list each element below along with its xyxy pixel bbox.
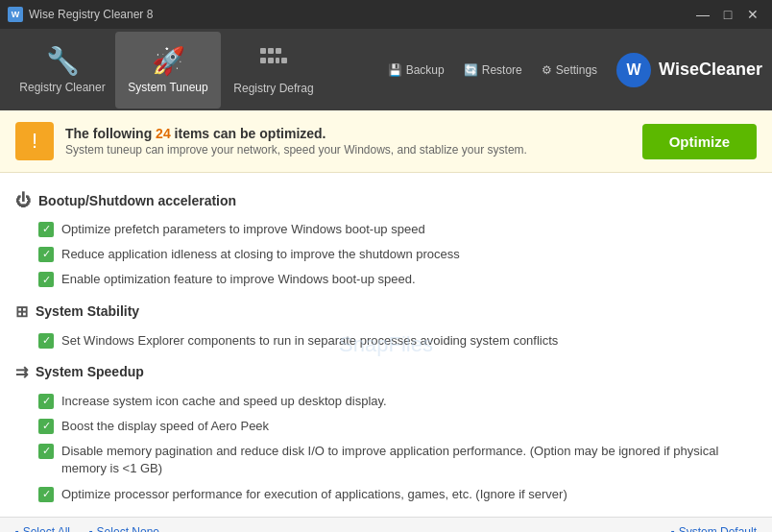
settings-button[interactable]: ⚙ Settings (542, 63, 597, 77)
content-wrapper: SnapFiles ⏻ Bootup/Shutdown acceleration… (0, 173, 772, 517)
item5-text: Increase system icon cache and speed up … (61, 393, 387, 410)
bootup-icon: ⏻ (15, 192, 31, 209)
alert-count: 24 (156, 126, 171, 141)
backup-label: Backup (406, 63, 445, 77)
item7-text: Disable memory pagination and reduce dis… (61, 443, 757, 477)
stability-icon: ⊞ (15, 302, 28, 321)
list-item: ✓ Enable optimization feature to improve… (15, 267, 757, 292)
list-item: ✓ Increase system icon cache and speed u… (15, 389, 757, 414)
checkbox-item8[interactable]: ✓ (38, 487, 54, 502)
section-stability-header: ⊞ System Stability (15, 302, 757, 321)
item4-text: Set Windows Explorer components to run i… (61, 332, 558, 350)
alert-icon: ! (15, 122, 54, 160)
checkbox-item5[interactable]: ✓ (38, 394, 54, 409)
list-item: ✓ Disable memory pagination and reduce d… (15, 439, 757, 481)
item6-text: Boost the display speed of Aero Peek (61, 418, 269, 435)
nav-system-tuneup-label: System Tuneup (128, 81, 207, 94)
brand-name: WiseCleaner (659, 60, 762, 80)
registry-defrag-icon (258, 44, 289, 78)
item2-text: Reduce application idleness at closing t… (61, 246, 460, 263)
nav-system-tuneup[interactable]: 🚀 System Tuneup (115, 32, 221, 109)
optimize-button[interactable]: Optimize (642, 124, 757, 159)
nav-registry-cleaner-label: Registry Cleaner (19, 81, 105, 94)
content-area: SnapFiles ⏻ Bootup/Shutdown acceleration… (0, 173, 772, 517)
list-item: ✓ Optimize prefetch parameters to improv… (15, 217, 757, 242)
app-title: Wise Registry Cleaner 8 (29, 8, 691, 21)
section-speedup-title: System Speedup (36, 364, 144, 379)
list-item: ✓ Set Windows Explorer components to run… (15, 328, 757, 353)
alert-bar: ! The following 24 items can be optimize… (0, 110, 772, 173)
svg-rect-6 (281, 58, 287, 63)
svg-rect-2 (276, 48, 281, 54)
svg-rect-3 (260, 58, 266, 63)
backup-icon: 💾 (388, 63, 402, 77)
speedup-icon: ⇉ (15, 363, 28, 381)
select-none-link[interactable]: Select None (89, 525, 159, 533)
system-tuneup-icon: 🚀 (152, 45, 185, 77)
title-bar: W Wise Registry Cleaner 8 — □ ✕ (0, 0, 772, 29)
system-default-link[interactable]: System Default (671, 525, 757, 533)
toolbar: 🔧 Registry Cleaner 🚀 System Tuneup Regis… (0, 29, 772, 110)
alert-main-message: The following 24 items can be optimized. (65, 126, 631, 141)
section-stability-title: System Stability (36, 303, 139, 319)
maximize-button[interactable]: □ (716, 3, 739, 26)
svg-rect-4 (268, 58, 274, 63)
nav-registry-defrag-label: Registry Defrag (233, 82, 313, 95)
section-bootup-header: ⏻ Bootup/Shutdown acceleration (15, 192, 757, 209)
settings-label: Settings (556, 63, 597, 77)
section-bootup-title: Bootup/Shutdown acceleration (38, 193, 236, 208)
brand-logo: W (616, 53, 651, 87)
window-controls: — □ ✕ (691, 3, 764, 26)
nav-registry-defrag[interactable]: Registry Defrag (221, 32, 326, 109)
registry-cleaner-icon: 🔧 (46, 45, 80, 77)
footer-actions: Select All Select None System Default (0, 517, 772, 532)
item3-text: Enable optimization feature to improve W… (61, 271, 416, 288)
app-icon: W (8, 7, 23, 22)
section-speedup-header: ⇉ System Speedup (15, 363, 757, 381)
backup-button[interactable]: 💾 Backup (388, 63, 445, 77)
brand: W WiseCleaner (616, 53, 762, 87)
checkbox-item1[interactable]: ✓ (38, 222, 54, 237)
list-item: ✓ Optimize processor performance for exe… (15, 482, 757, 507)
nav-tabs: 🔧 Registry Cleaner 🚀 System Tuneup Regis… (10, 32, 388, 109)
checkbox-item6[interactable]: ✓ (38, 419, 54, 434)
svg-rect-1 (268, 48, 274, 54)
list-item: ✓ Reduce application idleness at closing… (15, 242, 757, 267)
checkbox-item2[interactable]: ✓ (38, 247, 54, 262)
settings-icon: ⚙ (542, 63, 552, 77)
item8-text: Optimize processor performance for execu… (61, 486, 567, 503)
restore-icon: 🔄 (464, 63, 478, 77)
select-all-link[interactable]: Select All (15, 525, 70, 533)
alert-sub-message: System tuneup can improve your network, … (65, 143, 631, 157)
svg-rect-0 (260, 48, 266, 54)
close-button[interactable]: ✕ (741, 3, 764, 26)
footer-left: Select All Select None (15, 525, 671, 533)
svg-rect-5 (276, 58, 279, 63)
list-item: ✓ Boost the display speed of Aero Peek (15, 414, 757, 439)
alert-text: The following 24 items can be optimized.… (65, 126, 631, 157)
toolbar-actions: 💾 Backup 🔄 Restore ⚙ Settings (388, 63, 597, 77)
restore-label: Restore (482, 63, 522, 77)
minimize-button[interactable]: — (691, 3, 714, 26)
restore-button[interactable]: 🔄 Restore (464, 63, 522, 77)
item1-text: Optimize prefetch parameters to improve … (61, 221, 425, 238)
checkbox-item7[interactable]: ✓ (38, 444, 54, 459)
checkbox-item4[interactable]: ✓ (38, 333, 54, 349)
checkbox-item3[interactable]: ✓ (38, 272, 54, 287)
nav-registry-cleaner[interactable]: 🔧 Registry Cleaner (10, 32, 115, 109)
